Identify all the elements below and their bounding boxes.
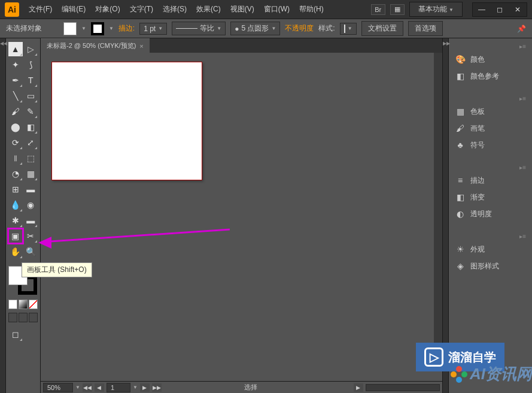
slice-tool[interactable]: ✂ [24,229,38,243]
collapse-left-icon[interactable]: ◀◀ [0,41,6,48]
vertical-scrollbar[interactable] [434,53,442,369]
right-panel-dock: ▸≡ 🎨颜色 ◧颜色参考 ▸≡ ▦色板 🖌画笔 ♣符号 ▸≡ ≡描边 ◧渐变 ◐… [448,38,532,393]
arrange-button[interactable]: ▦ [390,4,405,15]
menu-effect[interactable]: 效果(C) [191,2,226,17]
brushes-icon: 🖌 [455,123,466,134]
brush-dropdown[interactable]: ●5 点圆形▼ [230,22,280,35]
symbol-sprayer-tool[interactable]: ✱ [8,213,23,228]
fill-swatch[interactable] [63,22,77,35]
gradient-tool[interactable]: ▬ [24,182,38,196]
selection-tool[interactable]: ▲ [8,42,23,56]
free-transform-tool[interactable]: ⬚ [24,151,38,165]
eraser-tool[interactable]: ◧ [24,120,38,134]
zoom-dropdown-icon[interactable]: ▼ [75,385,80,390]
panel-color[interactable]: 🎨颜色 [451,51,530,68]
menu-help[interactable]: 帮助(H) [294,2,329,17]
menu-file[interactable]: 文件(F) [24,2,57,17]
tab-close-icon[interactable]: × [139,43,143,50]
panel-appearance[interactable]: ☀外观 [451,241,530,258]
magic-wand-tool[interactable]: ✦ [8,58,23,72]
status-arrow-button[interactable]: ▶ [354,383,363,392]
stroke-dropdown-icon[interactable]: ▼ [109,26,114,31]
mesh-tool[interactable]: ⊞ [8,182,23,196]
type-tool[interactable]: T [24,73,38,87]
fill-dropdown-icon[interactable]: ▼ [81,26,86,31]
nav-prev-button[interactable]: ◀ [95,383,104,392]
page-dropdown-icon[interactable]: ▼ [133,385,138,390]
panel-brushes[interactable]: 🖌画笔 [451,120,530,137]
panel-menu-icon[interactable]: ▸≡ [451,232,530,241]
menu-edit[interactable]: 编辑(E) [57,2,90,17]
panel-symbols[interactable]: ♣符号 [451,137,530,153]
hand-tool[interactable]: ✋ [8,244,23,259]
direct-selection-tool[interactable]: ▷ [24,42,38,56]
close-button[interactable]: ✕ [509,3,527,16]
rectangle-tool[interactable]: ▭ [24,89,38,103]
color-mode-gradient[interactable] [19,300,28,309]
transparency-icon: ◐ [455,208,466,219]
menu-object[interactable]: 对象(O) [90,2,124,17]
workspace-switcher[interactable]: 基本功能 ▼ [409,2,463,17]
panel-transparency[interactable]: ◐透明度 [451,205,530,222]
style-dropdown[interactable]: ▼ [340,23,357,35]
menu-window[interactable]: 窗口(W) [259,2,294,17]
horizontal-scrollbar[interactable] [366,384,440,391]
rotate-tool[interactable]: ⟳ [8,135,23,150]
draw-mode-inside[interactable] [29,313,38,322]
scale-tool[interactable]: ⤢ [24,135,38,150]
color-mode-none[interactable] [29,300,38,309]
zoom-tool[interactable]: 🔍 [24,244,38,259]
graph-tool[interactable]: ▬ [24,213,38,228]
menu-select[interactable]: 选择(S) [158,2,191,17]
page-number-field[interactable]: 1 [107,383,130,392]
pin-icon[interactable]: 📌 [517,25,526,33]
opacity-label[interactable]: 不透明度 [285,23,314,34]
panel-menu-icon[interactable]: ▸≡ [451,94,530,103]
preferences-button[interactable]: 首选项 [408,21,443,36]
panel-stroke[interactable]: ≡描边 [451,172,530,189]
menu-view[interactable]: 视图(V) [226,2,259,17]
panel-gradient[interactable]: ◧渐变 [451,189,530,205]
line-tool[interactable]: ╲ [8,89,23,103]
eyedropper-tool[interactable]: 💧 [8,198,23,212]
tool-tooltip: 画板工具 (Shift+O) [22,262,92,277]
lasso-tool[interactable]: ⟆ [24,58,38,72]
stroke-swatch[interactable] [91,22,104,35]
panel-menu-icon[interactable]: ▸≡ [451,163,530,172]
stroke-profile-dropdown[interactable]: 等比▼ [172,22,226,35]
blend-tool[interactable]: ◉ [24,198,38,212]
nav-first-button[interactable]: ◀◀ [83,383,92,392]
panel-menu-icon[interactable]: ▸≡ [451,42,530,51]
minimize-button[interactable]: — [473,3,491,16]
document-tab[interactable]: 未标题-2 @ 50% (CMYK/预览) × [41,38,150,53]
artboard[interactable] [51,62,202,180]
shape-builder-tool[interactable]: ◔ [8,167,23,181]
color-mode-solid[interactable] [8,300,17,309]
collapse-right-icon[interactable]: ▶▶ [443,41,449,48]
style-label: 样式: [318,23,335,34]
draw-mode-normal[interactable] [8,313,17,322]
pen-tool[interactable]: ✒ [8,73,23,87]
blob-brush-tool[interactable]: ⬤ [8,120,23,134]
color-guide-icon: ◧ [455,71,466,81]
artboard-tool[interactable]: ▣ [8,229,23,243]
pencil-tool[interactable]: ✎ [24,104,38,119]
doc-setup-button[interactable]: 文档设置 [361,21,403,36]
panel-swatches[interactable]: ▦色板 [451,103,530,120]
maximize-button[interactable]: ◻ [491,3,509,16]
palette-icon: 🎨 [455,54,466,65]
zoom-level-field[interactable]: 50% [43,383,73,392]
bridge-button[interactable]: Br [371,4,385,15]
screen-mode-button[interactable]: ◻ [8,327,23,341]
width-tool[interactable]: ⦀ [8,151,23,165]
draw-mode-behind[interactable] [19,313,28,322]
canvas-viewport[interactable] [41,53,442,381]
stroke-weight-dropdown[interactable]: 1 pt▼ [139,23,167,35]
menu-type[interactable]: 文字(T) [125,2,158,17]
panel-graphic-styles[interactable]: ◈图形样式 [451,258,530,274]
panel-color-guide[interactable]: ◧颜色参考 [451,68,530,84]
nav-next-button[interactable]: ▶ [140,383,150,392]
nav-last-button[interactable]: ▶▶ [152,383,162,392]
paintbrush-tool[interactable]: 🖌 [8,104,23,119]
perspective-tool[interactable]: ▦ [24,167,38,181]
